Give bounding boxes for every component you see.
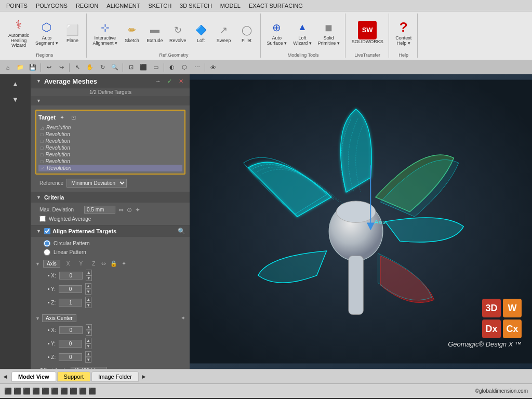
statusbar-icon-8[interactable]: ⬛ xyxy=(70,388,77,395)
ribbon-btn-autosurface[interactable]: ⊕ AutoSurface ▾ xyxy=(265,18,289,47)
statusbar-icon-4[interactable]: ⬛ xyxy=(32,388,40,395)
tb-shade[interactable]: ◐ xyxy=(166,62,178,73)
offset-angle-input[interactable] xyxy=(71,367,107,369)
axis-center-y-input[interactable] xyxy=(59,340,82,348)
circular-pattern-radio[interactable] xyxy=(44,240,50,247)
collapse-axis-icon[interactable]: ▼ xyxy=(35,261,40,267)
align-patterned-checkbox[interactable] xyxy=(44,228,50,234)
target-item-2[interactable]: □ Revolution xyxy=(38,138,182,144)
menu-region[interactable]: REGION xyxy=(72,2,102,10)
axis-y-up[interactable]: ▲ xyxy=(85,283,91,289)
axis-x-up[interactable]: ▲ xyxy=(86,270,92,275)
max-deviation-icon3[interactable]: ✦ xyxy=(135,206,140,214)
panel-arrow-btn[interactable]: → xyxy=(153,76,163,86)
target-item-6[interactable]: ✓ Revolution xyxy=(38,165,182,171)
tb-rotate[interactable]: ↻ xyxy=(97,62,108,73)
axis-z-up[interactable]: ▲ xyxy=(85,297,91,302)
ribbon-btn-loft[interactable]: 🔷 Loft xyxy=(191,21,211,45)
axis-center-x-up[interactable]: ▲ xyxy=(86,324,92,330)
tb-open[interactable]: 📁 xyxy=(15,62,26,73)
tab-image-folder[interactable]: Image Folder xyxy=(91,371,139,382)
axis-z-input[interactable] xyxy=(59,299,82,307)
statusbar-icon-1[interactable]: ⬛ xyxy=(4,388,12,395)
ribbon-btn-loft-wizard[interactable]: ▲ LoftWizard ▾ xyxy=(291,18,314,47)
axis-z-down[interactable]: ▼ xyxy=(85,302,91,308)
statusbar-icon-2[interactable]: ⬛ xyxy=(14,388,21,395)
tb-wireframe[interactable]: ⬡ xyxy=(179,62,190,73)
tb-front[interactable]: ⬛ xyxy=(138,62,149,73)
menu-model[interactable]: MODEL xyxy=(216,2,245,10)
axis-flip-icon[interactable]: ⇔ xyxy=(101,260,106,267)
ribbon-btn-extrude[interactable]: ▬ Extrude xyxy=(144,21,165,45)
axis-center-z-input[interactable] xyxy=(59,353,82,361)
reference-select[interactable]: Minimum Deviation xyxy=(66,179,127,188)
tab-support[interactable]: Support xyxy=(57,371,91,382)
statusbar-icon-3[interactable]: ⬛ xyxy=(23,388,31,395)
tab-nav-left[interactable]: ◄ xyxy=(2,373,8,380)
criteria-section-header[interactable]: ▼ Criteria xyxy=(31,192,190,203)
ribbon-btn-revolve[interactable]: ↻ Revolve xyxy=(167,21,189,45)
axis-center-x-down[interactable]: ▼ xyxy=(86,330,92,336)
axis-x-input[interactable] xyxy=(59,272,83,280)
max-deviation-icon1[interactable]: ⇔ xyxy=(118,206,124,214)
tb-redo[interactable]: ↪ xyxy=(56,62,67,73)
target-delete-btn[interactable]: ⊡ xyxy=(69,113,78,122)
panel-check-btn[interactable]: ✓ xyxy=(165,76,174,86)
offset-angle-icon2[interactable]: ✦ xyxy=(117,368,122,369)
axis-settings-icon[interactable]: ✦ xyxy=(122,260,126,267)
ribbon-btn-sketch[interactable]: ✏ Sketch xyxy=(122,21,142,45)
menu-sketch[interactable]: SKETCH xyxy=(144,2,176,10)
ribbon-btn-solidworks[interactable]: SW SOLIDWORKS xyxy=(350,20,385,46)
tb-select[interactable]: ↖ xyxy=(72,62,83,73)
ribbon-btn-context-help[interactable]: ? ContextHelp ▾ xyxy=(393,18,414,47)
tb-pan[interactable]: ✋ xyxy=(84,62,96,73)
axis-center-y-down[interactable]: ▼ xyxy=(85,343,91,349)
collapse-axis-center-icon[interactable]: ▼ xyxy=(35,316,40,321)
align-search-icon[interactable]: 🔍 xyxy=(178,228,185,235)
offset-angle-icon1[interactable]: △ xyxy=(110,368,114,369)
tab-model-view[interactable]: Model View xyxy=(11,371,56,382)
axis-x-down[interactable]: ▼ xyxy=(86,275,92,281)
tb-points[interactable]: ⋯ xyxy=(191,62,203,73)
statusbar-icon-9[interactable]: ⬛ xyxy=(79,388,87,395)
left-btn-arrow-up[interactable]: ▲ xyxy=(5,76,26,91)
tab-nav-right[interactable]: ► xyxy=(141,373,147,380)
axis-center-y-up[interactable]: ▲ xyxy=(85,338,91,343)
menu-polygons[interactable]: POLYGONS xyxy=(32,2,72,10)
align-patterned-header[interactable]: ▼ Align Patterned Targets 🔍 xyxy=(31,225,190,237)
target-item-3[interactable]: □ Revolution xyxy=(38,144,182,151)
axis-center-z-down[interactable]: ▼ xyxy=(85,357,91,363)
target-item-4[interactable]: □ Revolution xyxy=(38,151,182,158)
ribbon-btn-solid-prim[interactable]: ◼ SolidPrimitive ▾ xyxy=(316,18,342,47)
target-item-1[interactable]: □ Revolution xyxy=(38,131,182,138)
tb-fit[interactable]: ⊡ xyxy=(125,62,137,73)
tb-side[interactable]: ▭ xyxy=(150,62,162,73)
tb-eye[interactable]: 👁 xyxy=(207,62,219,73)
panel-collapse-btn[interactable]: ▼ xyxy=(35,78,42,84)
axis-center-x-input[interactable] xyxy=(59,326,83,334)
menu-points[interactable]: POINTS xyxy=(2,2,32,10)
menu-exact-surfacing[interactable]: EXACT SURFACING xyxy=(245,2,307,10)
statusbar-icon-10[interactable]: ⬛ xyxy=(88,388,96,395)
ribbon-btn-plane[interactable]: ⬜ Plane xyxy=(62,21,83,45)
max-deviation-icon2[interactable]: ⊙ xyxy=(127,206,132,214)
left-btn-arrow-down[interactable]: ▼ xyxy=(5,92,26,107)
axis-y-input[interactable] xyxy=(59,285,82,293)
tb-undo[interactable]: ↩ xyxy=(43,62,55,73)
weighted-avg-checkbox[interactable] xyxy=(39,216,46,222)
ribbon-btn-sweep[interactable]: ↗ Sweep xyxy=(214,21,234,45)
axis-lock-icon[interactable]: 🔒 xyxy=(110,260,117,267)
menu-alignment[interactable]: ALIGNMENT xyxy=(102,2,144,10)
tb-save[interactable]: 💾 xyxy=(27,62,38,73)
ribbon-btn-fillet[interactable]: ◯ Fillet xyxy=(236,21,257,45)
target-item-5[interactable]: □ Revolution xyxy=(38,158,182,165)
ribbon-btn-autosegment[interactable]: ⬡ AutoSegment ▾ xyxy=(33,18,60,47)
target-section-header[interactable]: ▼ xyxy=(31,96,190,105)
ribbon-btn-healing[interactable]: ⚕ AutomaticHealingWizard xyxy=(6,16,31,50)
panel-close-btn[interactable]: ✕ xyxy=(176,76,185,86)
statusbar-icon-5[interactable]: ⬛ xyxy=(42,388,49,395)
axis-y-down[interactable]: ▼ xyxy=(85,289,91,295)
target-item-0[interactable]: △ Revolution xyxy=(38,124,182,131)
statusbar-icon-6[interactable]: ⬛ xyxy=(51,388,59,395)
axis-center-z-up[interactable]: ▲ xyxy=(85,351,91,357)
